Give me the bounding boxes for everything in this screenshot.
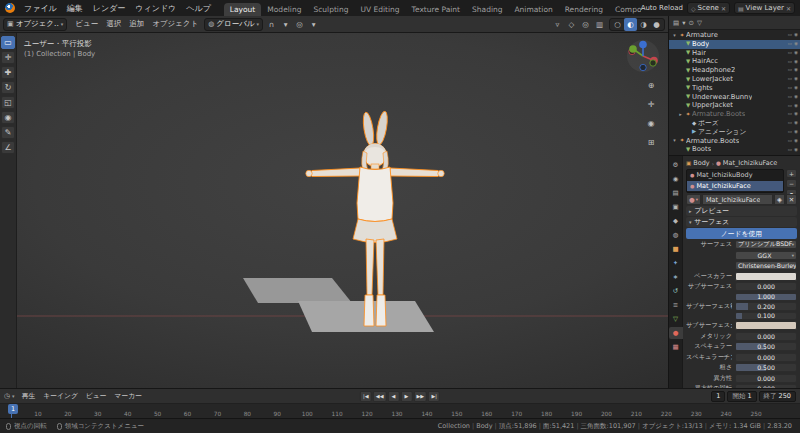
- properties-tab-world[interactable]: ◍: [669, 229, 683, 241]
- outliner-item[interactable]: ▾✦Armature.Boots▭◉: [669, 137, 800, 146]
- axis-z-handle[interactable]: [639, 41, 647, 49]
- snap-magnet-icon[interactable]: ∩: [265, 18, 278, 31]
- hide-viewport-icon[interactable]: ▭: [788, 86, 792, 91]
- viewport-menu[interactable]: 追加: [125, 18, 148, 30]
- current-frame-field[interactable]: 1: [711, 391, 725, 402]
- outliner-item[interactable]: ▼Tights▭◉: [669, 84, 800, 93]
- menubar-menu[interactable]: レンダー: [88, 2, 131, 15]
- workspace-tab[interactable]: Shading: [466, 3, 508, 16]
- hide-viewport-icon[interactable]: ▭: [788, 68, 792, 73]
- browse-material-button[interactable]: ● ▾: [686, 194, 701, 205]
- color-swatch[interactable]: [735, 321, 797, 330]
- material-slot[interactable]: ●Mat_IchizikuBody: [687, 170, 783, 181]
- hide-viewport-icon[interactable]: ▭: [788, 42, 792, 47]
- proportional-edit-icon[interactable]: ◎: [293, 18, 306, 31]
- toggle-projection-icon[interactable]: ⊞: [645, 136, 657, 148]
- number-slider[interactable]: 0.200: [735, 302, 797, 311]
- hide-viewport-icon[interactable]: ▭: [788, 51, 792, 56]
- outliner-item[interactable]: ▶アニメーション▭◉: [669, 128, 800, 137]
- disable-render-icon[interactable]: ◉: [794, 112, 798, 117]
- disable-render-icon[interactable]: ◉: [794, 139, 798, 144]
- number-slider[interactable]: 0.000: [735, 384, 797, 388]
- transform-tool[interactable]: ◉: [1, 111, 15, 124]
- workspace-tab[interactable]: Sculpting: [307, 3, 354, 16]
- viewport-3d[interactable]: ▭✛✚↻◱◉✎∠ ユーザー・平行投影 (1) Collection | Body: [0, 33, 668, 388]
- workspace-tab[interactable]: UV Editing: [354, 3, 405, 16]
- timeline-ruler[interactable]: 1020304050607080901001101201301401501601…: [0, 404, 800, 418]
- breadcrumb-object[interactable]: Body: [693, 159, 709, 167]
- shading-material-preview-icon[interactable]: ◑: [637, 18, 650, 31]
- viewport-menu[interactable]: ビュー: [71, 18, 102, 30]
- jump-to-start-button[interactable]: |◀: [360, 391, 372, 402]
- disable-render-icon[interactable]: ◉: [794, 130, 798, 135]
- menubar-menu[interactable]: ウィンドウ: [130, 2, 181, 15]
- material-name-field[interactable]: Mat_IchizikuFace: [702, 194, 773, 205]
- number-slider[interactable]: 0.000: [735, 282, 797, 291]
- outliner-item[interactable]: ▼Boots▭◉: [669, 145, 800, 154]
- properties-tab-physics[interactable]: ↺: [669, 285, 683, 297]
- disable-render-icon[interactable]: ◉: [794, 148, 798, 153]
- timeline-menu[interactable]: マーカー: [112, 390, 146, 402]
- timeline-menu[interactable]: ビュー: [83, 390, 110, 402]
- remove-view-layer-icon[interactable]: ✕: [786, 5, 791, 12]
- axis-z-negative-handle[interactable]: [640, 64, 646, 70]
- play-reverse-button[interactable]: ◀: [388, 391, 400, 402]
- disable-render-icon[interactable]: ◉: [794, 33, 798, 38]
- unlink-scene-icon[interactable]: ✕: [721, 5, 726, 12]
- jump-to-end-button[interactable]: ▶|: [428, 391, 440, 402]
- scale-tool[interactable]: ◱: [1, 96, 15, 109]
- workspace-tab[interactable]: Modeling: [261, 3, 307, 16]
- outliner-item[interactable]: ▼Headphone2▭◉: [669, 66, 800, 75]
- properties-tab-constraints[interactable]: ≡: [669, 299, 683, 311]
- hide-viewport-icon[interactable]: ▭: [788, 104, 792, 109]
- current-frame-badge[interactable]: 1: [8, 404, 18, 414]
- properties-tab-modifiers[interactable]: ✦: [669, 257, 683, 269]
- hide-viewport-icon[interactable]: ▭: [788, 139, 792, 144]
- blender-logo-icon[interactable]: [5, 3, 15, 13]
- properties-tab-texture[interactable]: ▦: [669, 341, 683, 353]
- field-dropdown[interactable]: Christensen-Burley▾: [735, 261, 797, 270]
- number-slider[interactable]: 1.000: [735, 293, 797, 302]
- properties-tab-particles[interactable]: ∗: [669, 271, 683, 283]
- proportional-falloff-icon[interactable]: ▾: [307, 18, 320, 31]
- field-dropdown[interactable]: プリンシプルBSDF▾: [735, 240, 797, 249]
- frame-end-field[interactable]: 終了 250: [759, 391, 796, 402]
- disclosure-caret-icon[interactable]: ▸: [677, 112, 684, 117]
- fake-user-button[interactable]: ◈: [774, 194, 785, 205]
- workspace-tab[interactable]: Compositing: [609, 3, 641, 16]
- unlink-material-button[interactable]: ✕: [786, 194, 797, 205]
- select-box-tool[interactable]: ▭: [1, 36, 15, 49]
- outliner-item[interactable]: ▼Underwear.Bunny▭◉: [669, 93, 800, 102]
- viewport-menu[interactable]: 選択: [102, 18, 125, 30]
- cursor-tool[interactable]: ✛: [1, 51, 15, 64]
- disclosure-caret-icon[interactable]: ▾: [671, 138, 678, 143]
- remove-slot-button[interactable]: −: [786, 179, 797, 188]
- annotate-tool[interactable]: ✎: [1, 126, 15, 139]
- filter-icon[interactable]: ▽: [697, 19, 702, 27]
- display-mode-caret-icon[interactable]: ▾: [682, 19, 685, 27]
- properties-tab-object-data[interactable]: ▽: [669, 313, 683, 325]
- menubar-menu[interactable]: ファイル: [19, 2, 62, 15]
- hide-viewport-icon[interactable]: ▭: [788, 77, 792, 82]
- axis-y-negative-handle[interactable]: [650, 60, 656, 66]
- number-slider[interactable]: 0.000: [735, 353, 797, 362]
- workspace-tab[interactable]: Rendering: [559, 3, 609, 16]
- workspace-tab[interactable]: Layout: [224, 3, 262, 16]
- prev-keyframe-button[interactable]: ◀◀: [373, 391, 387, 402]
- measure-tool[interactable]: ∠: [1, 141, 15, 154]
- disable-render-icon[interactable]: ◉: [794, 77, 798, 82]
- properties-tab-material[interactable]: ●: [669, 327, 683, 339]
- mode-selector[interactable]: ▣ オブジェク.. ▾: [3, 18, 67, 31]
- transform-orientation-selector[interactable]: ◍ グローバル ▾: [204, 18, 263, 31]
- move-view-icon[interactable]: ✛: [645, 98, 657, 110]
- camera-view-icon[interactable]: ◉: [645, 117, 657, 129]
- viewport-menu[interactable]: オブジェクト: [148, 18, 202, 30]
- outliner-item[interactable]: ▼UpperJacket▭◉: [669, 101, 800, 110]
- play-button[interactable]: ▶: [401, 391, 413, 402]
- disable-render-icon[interactable]: ◉: [794, 60, 798, 65]
- navigation-gizmo[interactable]: [626, 39, 660, 73]
- workspace-tab[interactable]: Texture Paint: [406, 3, 466, 16]
- view-layer-selector[interactable]: ▤ View Layer ✕: [734, 2, 795, 14]
- use-nodes-button[interactable]: ノードを使用: [686, 228, 797, 239]
- properties-tab-object[interactable]: ■: [669, 243, 683, 255]
